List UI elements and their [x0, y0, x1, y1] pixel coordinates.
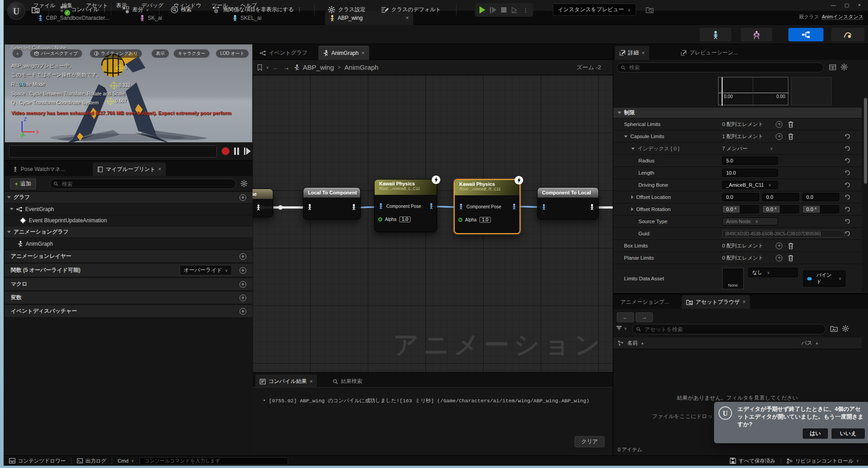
- close-tab-icon[interactable]: ×: [742, 299, 746, 305]
- tab-find-results[interactable]: 結果検索: [328, 374, 367, 388]
- cmd-dropdown[interactable]: Cmd ∨: [112, 456, 140, 466]
- node-local-to-component[interactable]: Local To Component: [303, 187, 361, 220]
- asset-thumbnail[interactable]: None: [722, 268, 744, 289]
- alpha-pin-icon[interactable]: [378, 217, 382, 221]
- bind-dropdown[interactable]: バインド∨: [803, 270, 845, 287]
- filter-button[interactable]: ∨: [616, 326, 627, 331]
- settings-gear-icon[interactable]: [841, 63, 848, 71]
- breadcrumb-current[interactable]: AnimGraph: [344, 63, 379, 71]
- close-button[interactable]: ×: [854, 1, 865, 9]
- section-limits[interactable]: 制限: [613, 108, 862, 118]
- lit-mode-dropdown[interactable]: ライティングあり: [90, 49, 142, 58]
- chevron-down-icon[interactable]: ∨: [266, 65, 269, 70]
- item-event-blueprintupdateanimation[interactable]: Event BlueprintUpdateAnimation: [5, 215, 253, 226]
- pose-input-pin-icon[interactable]: [378, 203, 384, 209]
- asset-search[interactable]: [632, 324, 826, 334]
- stop-icon[interactable]: [501, 7, 506, 13]
- nav-back-icon[interactable]: ←: [273, 63, 280, 71]
- bone-gizmo-marker[interactable]: [111, 82, 117, 89]
- add-macro-icon[interactable]: +: [240, 281, 246, 288]
- find-button[interactable]: 検索: [167, 4, 195, 16]
- section-variables[interactable]: 変数+: [5, 292, 253, 304]
- mesh-editor-button[interactable]: [741, 28, 772, 41]
- diff-button[interactable]: 差分 ∨: [119, 4, 153, 16]
- tab-eventgraph[interactable]: イベントグラフ: [255, 46, 312, 60]
- save-all-status[interactable]: すべて保存済み: [724, 456, 781, 466]
- blueprint-editor-button-active[interactable]: [788, 28, 823, 41]
- preview-instance-dropdown[interactable]: インスタンスをプレビュー ∨: [553, 4, 636, 16]
- limit-curve-widget[interactable]: 0.00 0.00: [718, 77, 788, 105]
- browse-to-asset-button[interactable]: [28, 4, 43, 16]
- pose-output-pin-icon[interactable]: [351, 204, 357, 210]
- radius-input[interactable]: 5.0: [722, 157, 778, 165]
- debug-browse-button[interactable]: [642, 4, 657, 16]
- details-scrollbar[interactable]: [864, 98, 867, 184]
- offset-rotation-y[interactable]: 0.0 °: [762, 205, 799, 213]
- section-animation-layers[interactable]: アニメーションレイヤー+: [5, 250, 253, 263]
- class-settings-button[interactable]: クラス設定: [324, 4, 369, 16]
- tab-animation-bp[interactable]: アニメーションブ...: [616, 295, 674, 309]
- reset-icon[interactable]: [845, 182, 850, 188]
- show-dropdown[interactable]: 表示: [151, 49, 169, 58]
- nav-forward-icon[interactable]: →: [283, 63, 290, 71]
- pose-output-pin-icon[interactable]: [429, 203, 434, 209]
- skeleton-editor-button[interactable]: [700, 28, 731, 41]
- hide-unrelated-button[interactable]: 無関係な項目を非表示にする ⋮: [208, 4, 306, 16]
- reset-icon[interactable]: [845, 207, 850, 212]
- hide-options-icon[interactable]: ⋮: [296, 6, 302, 13]
- add-variable-icon[interactable]: +: [240, 294, 246, 301]
- bone-gizmo-marker[interactable]: [107, 98, 113, 104]
- class-defaults-button[interactable]: クラスのデフォルト: [377, 4, 445, 16]
- breadcrumb-root[interactable]: ABP_wing: [303, 63, 334, 71]
- item-animgraph[interactable]: AnimGraph: [5, 238, 253, 250]
- reset-icon[interactable]: [845, 170, 850, 176]
- close-tab-icon[interactable]: ×: [158, 166, 161, 172]
- settings-gear-icon[interactable]: [240, 180, 248, 187]
- section-macros[interactable]: マクロ+: [5, 278, 253, 291]
- section-graph[interactable]: グラフ+: [5, 192, 253, 203]
- add-dispatcher-icon[interactable]: +: [240, 308, 246, 315]
- tab-compile-results[interactable]: コンパイル結果 ×: [255, 374, 317, 388]
- step-forward-icon[interactable]: [490, 7, 497, 13]
- node-kawaii-physics-right-selected[interactable]: Kawaii PhysicsRoot: _AmiceB_R_C11 Compon…: [454, 179, 520, 234]
- output-log-button[interactable]: 出力ログ: [72, 456, 112, 466]
- details-search[interactable]: [617, 63, 824, 72]
- add-element-icon[interactable]: +: [776, 255, 782, 261]
- maximize-button[interactable]: ▢: [841, 1, 853, 9]
- add-element-icon[interactable]: +: [776, 243, 782, 249]
- reset-icon[interactable]: [845, 134, 850, 139]
- tab-my-blueprint[interactable]: マイブループリント ×: [93, 162, 166, 176]
- add-graph-icon[interactable]: +: [240, 194, 246, 201]
- search-input[interactable]: [644, 326, 822, 333]
- clear-array-icon[interactable]: [788, 133, 794, 140]
- section-animation-graphs[interactable]: アニメーショングラフ: [5, 226, 253, 238]
- tab-preview-scene[interactable]: プレビューシーン...: [676, 46, 742, 60]
- console-command-input[interactable]: [144, 458, 284, 464]
- tab-pose-watch[interactable]: Pose Watchマネ...: [8, 162, 70, 176]
- perspective-dropdown[interactable]: パースペクティブ: [30, 49, 82, 58]
- tab-asset-browser[interactable]: アセットブラウザ ×: [682, 295, 750, 309]
- search-input[interactable]: [61, 180, 232, 188]
- yes-button[interactable]: はい: [803, 428, 828, 439]
- clear-array-icon[interactable]: [788, 243, 794, 249]
- no-button[interactable]: いいえ: [832, 428, 865, 439]
- animation-editor-button[interactable]: [831, 28, 864, 41]
- close-tab-icon[interactable]: ×: [309, 378, 312, 385]
- pose-output-pin-icon[interactable]: [589, 204, 595, 210]
- item-eventgraph[interactable]: EventGraph: [5, 203, 253, 215]
- offset-location-x[interactable]: 0.0: [722, 193, 759, 201]
- viewport-menu-icon[interactable]: [12, 49, 23, 58]
- tab-animgraph-active[interactable]: AnimGraph ×: [318, 46, 369, 60]
- length-input[interactable]: 10.0: [722, 169, 778, 177]
- lod-dropdown[interactable]: LOD オート: [216, 49, 249, 58]
- pose-output-pin-icon[interactable]: [511, 203, 517, 210]
- my-blueprint-search[interactable]: [50, 179, 236, 189]
- node-kawaii-physics-left[interactable]: Kawaii PhysicsRoot: _AmiceB_L_C11 Compon…: [374, 179, 437, 232]
- content-drawer-button[interactable]: コンテンツドロワー: [4, 456, 71, 466]
- history-forward-button[interactable]: →: [636, 312, 653, 322]
- chevron-down-icon[interactable]: ∨: [770, 146, 773, 151]
- step-icon[interactable]: [244, 148, 251, 155]
- section-event-dispatchers[interactable]: イベントディスパッチャー+: [5, 305, 253, 318]
- record-icon[interactable]: [222, 147, 230, 155]
- column-path[interactable]: パス: [801, 339, 813, 347]
